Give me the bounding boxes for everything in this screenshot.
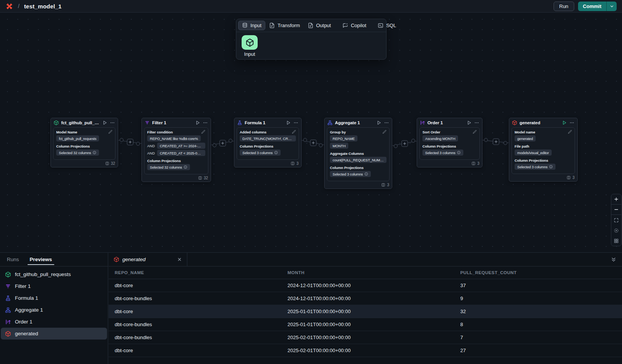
close-icon[interactable] — [177, 257, 182, 262]
value-pill[interactable]: DATE_TRUNC('MONTH', CREATED_AT... — [240, 135, 296, 141]
value-pill[interactable]: count(PULL_REQUEST_NUMBER) as ... — [330, 157, 387, 163]
ellipsis-icon[interactable] — [293, 120, 299, 125]
value-pill[interactable]: Selected 32 columns — [56, 150, 99, 156]
fullscreen-icon — [614, 218, 619, 223]
value-pill[interactable]: MONTH — [330, 143, 348, 149]
play-icon[interactable] — [562, 120, 567, 125]
field-row: Selected 32 columns — [56, 150, 112, 156]
value-pill[interactable]: Selected 3 columns — [240, 150, 281, 156]
add-node-button[interactable] — [493, 138, 499, 145]
play-icon[interactable] — [102, 120, 107, 125]
table-row[interactable]: dbt-core-bundles2024-12-01T00:00:00+00:0… — [109, 292, 622, 305]
value-pill[interactable]: Ascending MONTH — [422, 135, 458, 141]
value-pill[interactable]: generated — [515, 135, 536, 141]
pencil-icon[interactable] — [568, 130, 572, 134]
fit-view-button[interactable] — [611, 215, 621, 225]
value-pill[interactable]: fct_github_pull_requests — [56, 135, 99, 141]
ellipsis-icon[interactable] — [474, 120, 479, 125]
node-generated[interactable]: generatedModel namegeneratedFile pathmod… — [509, 118, 578, 182]
list-item-generated[interactable]: generated — [1, 328, 107, 340]
list-item-fct-github-pull-requests[interactable]: fct_github_pull_requests — [1, 268, 107, 280]
table-row[interactable]: dbt-core2025-01-01T00:00:00+00:0032 — [109, 305, 622, 318]
column-header-repo-name[interactable]: REPO_NAME — [109, 270, 281, 275]
output-port[interactable] — [120, 138, 123, 142]
node-formula-1[interactable]: Formula 1Added columnsDATE_TRUNC('MONTH'… — [234, 118, 302, 167]
ellipsis-icon[interactable] — [203, 120, 208, 125]
ellipsis-icon[interactable] — [569, 120, 575, 125]
play-icon[interactable] — [286, 120, 291, 125]
pill-text: Selected 3 columns — [333, 172, 363, 176]
input-tile[interactable] — [242, 35, 258, 50]
toolbar-tab-copilot[interactable]: Copilot — [339, 21, 370, 30]
play-icon[interactable] — [195, 120, 200, 125]
dbt-logo-icon[interactable] — [5, 2, 13, 10]
tab-runs[interactable]: Runs — [6, 253, 20, 266]
list-item-aggregate-1[interactable]: Aggregate 1 — [1, 304, 107, 316]
value-pill[interactable]: Selected 3 columns — [515, 164, 555, 170]
preview-tab-label: generated — [122, 257, 146, 262]
input-port[interactable] — [319, 143, 323, 147]
add-node-button[interactable] — [127, 139, 133, 145]
palette-item-input[interactable]: Input — [242, 35, 258, 57]
pencil-icon[interactable] — [201, 130, 206, 134]
table-row[interactable]: dbt-core-bundles2025-01-01T00:00:00+00:0… — [109, 318, 622, 331]
input-port[interactable] — [229, 139, 232, 143]
value-pill[interactable]: Selected 3 columns — [330, 171, 371, 177]
preview-tab-generated[interactable]: generated — [109, 253, 187, 266]
column-header-pull-request-count[interactable]: PULL_REQUEST_COUNT — [454, 270, 622, 275]
add-node-button[interactable] — [310, 140, 317, 146]
pencil-icon[interactable] — [473, 130, 477, 134]
value-pill[interactable]: Selected 32 columns — [147, 164, 190, 170]
add-node-button[interactable] — [401, 140, 408, 147]
node-filter-1[interactable]: Filter 1Filter conditionREPO_NAME like %… — [141, 118, 211, 182]
zoom-in-button[interactable] — [611, 194, 621, 205]
pencil-icon[interactable] — [292, 130, 296, 134]
input-port[interactable] — [411, 139, 415, 143]
list-item-formula-1[interactable]: Formula 1 — [1, 292, 107, 304]
table-cell: 7 — [454, 335, 622, 340]
play-icon[interactable] — [466, 120, 472, 125]
node-aggregate-1[interactable]: Aggregate 1Group byREPO_NAMEMONTHAggrega… — [324, 118, 392, 189]
run-button[interactable]: Run — [554, 2, 574, 11]
play-icon[interactable] — [376, 120, 382, 125]
value-pill[interactable]: Selected 3 columns — [422, 150, 463, 156]
input-port[interactable] — [503, 141, 507, 145]
ellipsis-icon[interactable] — [110, 120, 115, 125]
toolbar-tab-output[interactable]: Output — [304, 21, 335, 30]
commit-dropdown-button[interactable] — [606, 2, 617, 11]
value-pill[interactable]: REPO_NAME like %dbt-core% — [147, 135, 201, 141]
field-label: Column Projections — [147, 159, 205, 163]
toolbar-tab-transform[interactable]: Transform — [265, 21, 304, 30]
toolbar-tab-sql[interactable]: SQL — [374, 21, 400, 30]
value-pill[interactable]: CREATED_AT < 2025-03-01 — [157, 150, 205, 156]
add-node-button[interactable] — [219, 140, 226, 146]
list-item-filter-1[interactable]: Filter 1 — [1, 280, 107, 292]
zoom-out-button[interactable] — [611, 205, 621, 215]
canvas[interactable]: InputTransformOutputCopilotSQL Input fct… — [0, 13, 622, 252]
output-port[interactable] — [303, 138, 307, 142]
columns-icon — [567, 176, 571, 180]
pencil-icon[interactable] — [382, 130, 387, 134]
output-port[interactable] — [394, 144, 398, 148]
value-pill[interactable]: REPO_NAME — [330, 135, 357, 141]
input-port[interactable] — [136, 142, 140, 146]
table-row[interactable]: dbt-core-bundles2025-02-01T00:00:00+00:0… — [109, 331, 622, 344]
ellipsis-icon[interactable] — [384, 120, 389, 125]
list-item-order-1[interactable]: Order 1 — [1, 316, 107, 328]
table-row[interactable]: dbt-core2025-02-01T00:00:00+00:0027 — [109, 344, 622, 357]
collapse-panel-icon[interactable] — [611, 257, 617, 263]
node-order-1[interactable]: Order 1Sort OrderAscending MONTHColumn P… — [417, 118, 482, 167]
value-pill[interactable]: CREATED_AT >= 2024-12-01 — [157, 143, 205, 149]
locate-button[interactable] — [611, 225, 621, 236]
tab-previews[interactable]: Previews — [29, 253, 53, 266]
output-port[interactable] — [213, 143, 216, 147]
value-pill[interactable]: models/visual_editor — [515, 150, 552, 156]
commit-button[interactable]: Commit — [578, 2, 606, 11]
toolbar-tab-input[interactable]: Input — [238, 21, 265, 30]
table-row[interactable]: dbt-core2024-12-01T00:00:00+00:0037 — [109, 279, 622, 292]
layout-grid-button[interactable] — [611, 236, 621, 246]
node-fct-github-pull-requests[interactable]: fct_github_pull_requestsModel Namefct_gi… — [50, 118, 118, 167]
output-port[interactable] — [484, 138, 488, 142]
pencil-icon[interactable] — [108, 130, 113, 134]
column-header-month[interactable]: MONTH — [281, 270, 454, 275]
